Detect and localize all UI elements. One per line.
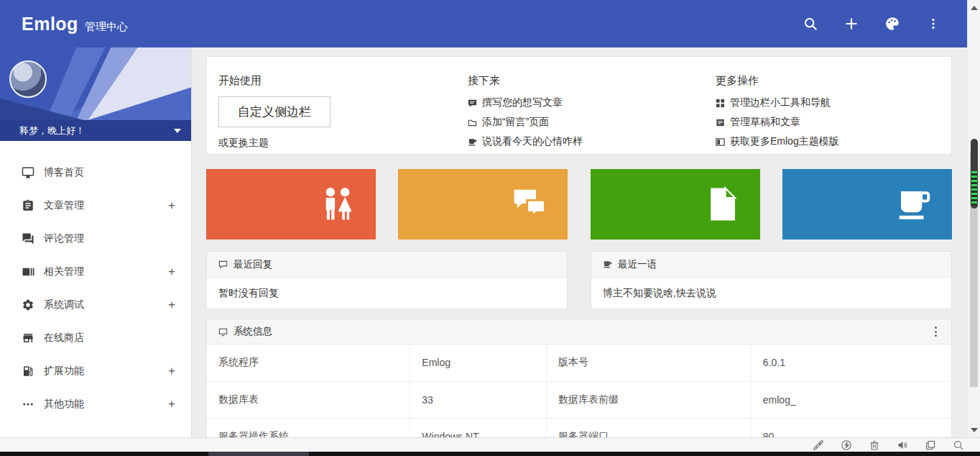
- link-label: 说说看今天的心情咋样: [482, 135, 583, 148]
- user-menu-bar[interactable]: 释梦，晚上好！: [0, 120, 191, 141]
- scroll-progress-widget[interactable]: [971, 139, 978, 209]
- palette-icon[interactable]: [884, 15, 901, 32]
- panel-title: 最近一语: [618, 258, 657, 271]
- sidebar-item-blog-home[interactable]: 博客首页: [0, 156, 191, 189]
- sidebar-item-label: 在线商店: [44, 332, 84, 345]
- info-key: 系统程序: [207, 345, 410, 381]
- scroll-down-arrow[interactable]: [971, 428, 978, 432]
- stat-card-users[interactable]: 1 用户: [206, 169, 376, 240]
- system-info-panel: 系统信息 系统程序 Emlog 版本号 6.0.1 数据库表 33 数据库表前缀…: [206, 319, 952, 437]
- stat-text: 1 用户: [225, 179, 267, 219]
- sidebar-item-label: 文章管理: [44, 199, 84, 212]
- write-article-link[interactable]: 撰写您的想写文章: [468, 96, 583, 109]
- cascade-windows-icon[interactable]: [925, 439, 936, 451]
- stat-label: 评论: [417, 205, 458, 219]
- volume-icon[interactable]: [897, 439, 908, 451]
- panel-menu-icon[interactable]: [932, 324, 940, 339]
- table-row: 数据库表 33 数据库表前缀 emlog_: [207, 381, 951, 418]
- expand-plus: +: [168, 298, 175, 312]
- stat-text: 0 评论: [417, 179, 458, 219]
- plugin-icon: [22, 365, 34, 378]
- header-actions: [802, 15, 942, 32]
- link-label: 撰写您的想写文章: [482, 96, 563, 109]
- manage-widgets-link[interactable]: 管理边栏小工具和导航: [716, 96, 839, 109]
- stat-value: 1: [225, 179, 267, 201]
- ellipsis-icon: [22, 398, 34, 411]
- add-page-link[interactable]: 添加“留言”页面: [468, 116, 583, 129]
- stat-label: 用户: [225, 205, 267, 219]
- info-value: 33: [410, 381, 547, 418]
- sidebar-item-label: 相关管理: [44, 265, 84, 278]
- stat-card-comments[interactable]: 0 评论: [398, 169, 568, 240]
- recent-panels: 最近回复 暂时没有回复 最近一语 博主不知要说啥,快去说说: [206, 251, 952, 309]
- stat-label: 文章: [609, 205, 651, 219]
- kebab-menu-icon[interactable]: [925, 15, 942, 32]
- system-info-table: 系统程序 Emlog 版本号 6.0.1 数据库表 33 数据库表前缀 emlo…: [207, 345, 951, 437]
- column-title: 更多操作: [716, 74, 839, 88]
- info-value: 80: [751, 418, 951, 437]
- template-icon: [716, 137, 725, 147]
- taskbar-edge: [0, 452, 980, 456]
- sidebar-item-store[interactable]: 在线商店: [0, 322, 191, 355]
- sidebar-item-other[interactable]: 其他功能 +: [0, 388, 191, 421]
- stat-card-whispers[interactable]: 0 微语: [782, 169, 952, 240]
- sidebar-item-comments[interactable]: 评论管理: [0, 222, 191, 255]
- sidebar-item-extensions[interactable]: 扩展功能 +: [0, 355, 191, 388]
- scrollbar: [967, 0, 980, 437]
- greeting-text: 释梦，晚上好！: [19, 124, 85, 137]
- info-key: 服务器操作系统: [207, 418, 410, 437]
- comments-icon: [510, 185, 549, 224]
- post-whisper-link[interactable]: 说说看今天的心情咋样: [468, 135, 583, 148]
- table-row: 服务器操作系统 Windows NT 服务器端口 80: [207, 418, 951, 437]
- main-content: 开始使用 自定义侧边栏 或更换主题 接下来 撰写您的想写文章 添加“留言”页面 …: [192, 47, 967, 437]
- scroll-up-arrow[interactable]: [971, 6, 978, 10]
- table-row: 系统程序 Emlog 版本号 6.0.1: [207, 345, 951, 381]
- sidebar-item-label: 扩展功能: [44, 365, 84, 378]
- monitor-icon: [22, 166, 34, 179]
- welcome-panel: 开始使用 自定义侧边栏 或更换主题 接下来 撰写您的想写文章 添加“留言”页面 …: [206, 56, 952, 155]
- panel-body: 暂时没有回复: [207, 278, 567, 309]
- logo[interactable]: Emlog 管理中心: [22, 14, 128, 35]
- panel-title: 最近回复: [234, 258, 272, 271]
- stat-value: 0: [417, 179, 458, 201]
- sidebar-item-label: 其他功能: [44, 398, 84, 411]
- info-value: 6.0.1: [751, 345, 951, 381]
- add-icon[interactable]: [843, 15, 860, 32]
- trash-icon[interactable]: [869, 439, 880, 451]
- change-theme-link[interactable]: 或更换主题: [218, 137, 330, 150]
- info-key: 版本号: [546, 345, 751, 381]
- sidebar-item-articles[interactable]: 文章管理 +: [0, 189, 191, 222]
- customize-sidebar-button[interactable]: 自定义侧边栏: [218, 96, 330, 127]
- stat-text: 0 微语: [801, 179, 843, 219]
- avatar[interactable]: [9, 60, 47, 98]
- sidebar-hero: [0, 47, 191, 120]
- media-library-icon: [22, 265, 34, 278]
- stat-label: 微语: [801, 205, 843, 219]
- sidebar-item-related[interactable]: 相关管理 +: [0, 255, 191, 288]
- page-icon: [468, 118, 477, 127]
- search-icon[interactable]: [802, 15, 819, 32]
- link-label: 添加“留言”页面: [482, 116, 549, 129]
- browser-bottom-bar: [0, 437, 980, 452]
- expand-plus: +: [168, 265, 175, 279]
- manage-drafts-link[interactable]: 管理草稿和文章: [716, 116, 839, 129]
- stat-card-articles[interactable]: 1 文章: [591, 169, 760, 240]
- get-themes-link[interactable]: 获取更多Emlog主题模版: [716, 135, 839, 148]
- link-label: 获取更多Emlog主题模版: [730, 135, 839, 148]
- chat-outline-icon: [218, 260, 228, 269]
- info-key: 服务器端口: [546, 418, 751, 437]
- taskbar-active-button[interactable]: [208, 452, 309, 456]
- page-title: 管理中心: [85, 20, 128, 34]
- stat-cards: 1 用户 0 评论 1 文章 0 微语: [206, 169, 952, 240]
- monitor-outline-icon: [218, 327, 228, 337]
- sidebar-item-system[interactable]: 系统调试 +: [0, 288, 191, 322]
- panel-body: 博主不知要说啥,快去说说: [591, 278, 951, 309]
- users-icon: [318, 185, 357, 224]
- boost-rocket-icon[interactable]: [813, 439, 824, 451]
- progress-stripes: [971, 171, 977, 205]
- cup-icon: [603, 260, 612, 269]
- panel-header: 最近回复: [207, 252, 567, 278]
- speed-gauge-icon[interactable]: [841, 439, 852, 451]
- expand-plus: +: [168, 364, 175, 378]
- zoom-search-icon[interactable]: [953, 439, 964, 451]
